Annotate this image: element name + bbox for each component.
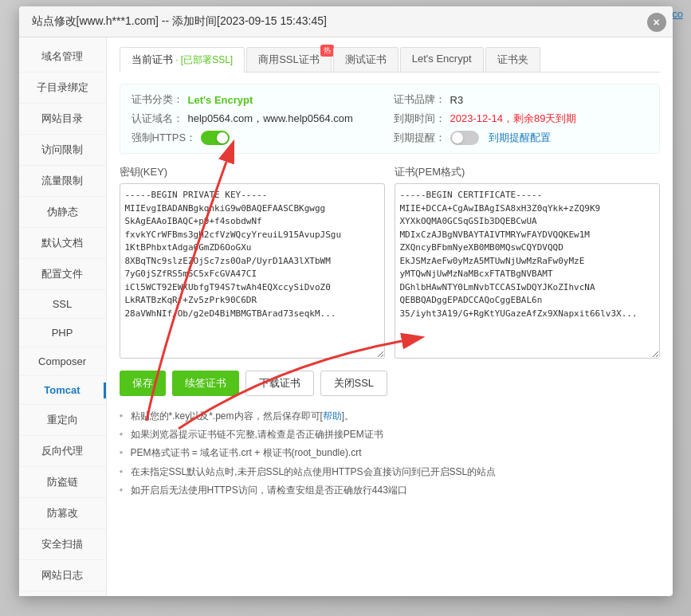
sidebar-item-subdir[interactable]: 子目录绑定	[19, 73, 106, 104]
remind-config-link[interactable]: 到期提醒配置	[489, 131, 551, 145]
tab-commercial-ssl[interactable]: 商用SSL证书 热	[246, 47, 332, 72]
cert-info-panel: 证书分类： Let's Encrypt 证书品牌： R3 认证域名： help0…	[120, 84, 660, 154]
sidebar-item-access-limit[interactable]: 访问限制	[19, 135, 106, 166]
sidebar-item-redirect[interactable]: 重定向	[19, 405, 106, 436]
remind-toggle[interactable]	[450, 131, 479, 145]
note-5: 如开启后无法使用HTTPS访问，请检查安组是否正确放行443端口	[120, 481, 660, 500]
notes-list: 粘贴您的*.key以及*.pem内容，然后保存即可[帮助]。 如果浏览器提示证书…	[120, 407, 660, 500]
sidebar-item-config-file[interactable]: 配置文件	[19, 259, 106, 290]
key-panel: 密钥(KEY)	[120, 165, 385, 361]
modal-dialog: 站点修改[www.h***1.com] -- 添加时间[2023-09-15 1…	[19, 6, 673, 596]
cert-type-row: 证书分类： Let's Encrypt	[132, 92, 386, 107]
tab-bar: 当前证书 · [已部署SSL] 商用SSL证书 热 测试证书 Let's Enc…	[120, 47, 660, 73]
sidebar-item-tomcat[interactable]: Tomcat	[19, 376, 106, 405]
sidebar-item-traffic-limit[interactable]: 流量限制	[19, 166, 106, 197]
cert-domain-row: 认证域名： help0564.com，www.help0564.com	[132, 112, 386, 126]
note-3: PEM格式证书 = 域名证书.crt + 根证书(root_bundle).cr…	[120, 444, 660, 462]
sidebar-item-composer[interactable]: Composer	[19, 347, 106, 376]
key-textarea[interactable]	[120, 183, 385, 359]
tab-current-cert[interactable]: 当前证书 · [已部署SSL]	[120, 47, 245, 73]
sidebar-item-website-dir[interactable]: 网站目录	[19, 104, 106, 135]
sidebar-item-default-doc[interactable]: 默认文档	[19, 228, 106, 259]
sidebar-item-reverse-proxy[interactable]: 反向代理	[19, 436, 106, 467]
modal-title: 站点修改[www.h***1.com] -- 添加时间[2023-09-15 1…	[32, 14, 327, 27]
download-button[interactable]: 下载证书	[245, 371, 314, 396]
modal-close-button[interactable]: ×	[647, 13, 666, 32]
remind-row: 到期提醒： 到期提醒配置	[394, 131, 648, 145]
sidebar-item-security-scan[interactable]: 安全扫描	[19, 529, 106, 560]
note-2: 如果浏览器提示证书链不完整,请检查是否正确拼接PEM证书	[120, 426, 660, 444]
https-toggle-row: 强制HTTPS：	[132, 131, 386, 145]
cert-expire-row: 到期时间： 2023-12-14，剩余89天到期	[394, 112, 648, 126]
sidebar-item-pseudo-static[interactable]: 伪静态	[19, 197, 106, 228]
key-cert-panels: 密钥(KEY) 证书(PEM格式)	[120, 165, 660, 361]
cert-panel-label: 证书(PEM格式)	[395, 165, 660, 179]
main-content: 当前证书 · [已部署SSL] 商用SSL证书 热 测试证书 Let's Enc…	[107, 37, 673, 596]
tab-lets-encrypt[interactable]: Let's Encrypt	[400, 47, 484, 72]
renew-button[interactable]: 续签证书	[172, 371, 239, 396]
action-buttons: 保存 续签证书 下载证书 关闭SSL	[120, 371, 660, 396]
https-toggle[interactable]	[201, 131, 230, 145]
modal-title-bar: 站点修改[www.h***1.com] -- 添加时间[2023-09-15 1…	[19, 6, 673, 37]
sidebar: 域名管理 子目录绑定 网站目录 访问限制 流量限制 伪静态 默认文档 配置文件 …	[19, 37, 107, 596]
sidebar-item-php[interactable]: PHP	[19, 319, 106, 347]
key-panel-label: 密钥(KEY)	[120, 165, 385, 179]
sidebar-item-domain[interactable]: 域名管理	[19, 41, 106, 73]
sidebar-item-anti-tamper[interactable]: 防篡改	[19, 498, 106, 529]
note-1: 粘贴您的*.key以及*.pem内容，然后保存即可[帮助]。	[120, 407, 660, 426]
close-ssl-button[interactable]: 关闭SSL	[320, 371, 388, 396]
save-button[interactable]: 保存	[120, 371, 166, 396]
sidebar-item-site-log[interactable]: 网站日志	[19, 560, 106, 591]
sidebar-item-anti-leech[interactable]: 防盗链	[19, 467, 106, 498]
tab-badge-deployed: · [已部署SSL]	[175, 54, 233, 65]
tab-hot-badge: 热	[320, 45, 334, 57]
note-4: 在未指定SSL默认站点时,未开启SSL的站点使用HTTPS会直接访问到已开启SS…	[120, 463, 660, 481]
tab-cert-folder[interactable]: 证书夹	[485, 47, 540, 72]
sidebar-item-ssl[interactable]: SSL	[19, 290, 106, 319]
tab-test-cert[interactable]: 测试证书	[333, 47, 399, 72]
cert-brand-row: 证书品牌： R3	[394, 92, 648, 107]
cert-panel: 证书(PEM格式)	[395, 165, 660, 361]
help-link-note[interactable]: 帮助	[323, 410, 342, 422]
cert-textarea[interactable]	[395, 183, 660, 359]
